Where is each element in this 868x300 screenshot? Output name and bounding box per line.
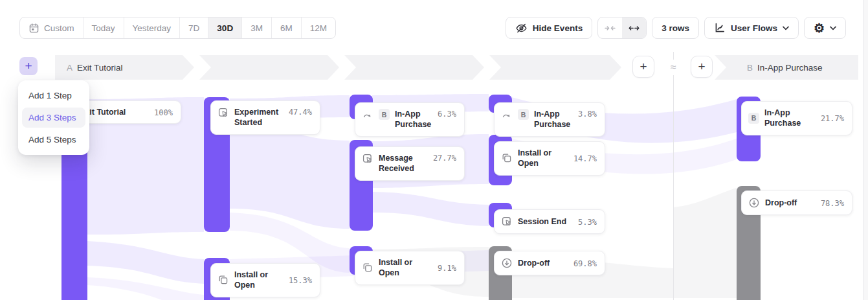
flow-node-message-received[interactable]: Message Received 27.7% <box>355 146 465 181</box>
node-percent: 15.3% <box>289 275 312 285</box>
flow-node-session-end[interactable]: Session End 5.3% <box>494 209 605 234</box>
node-percent: 9.1% <box>438 263 456 273</box>
node-percent: 69.8% <box>573 259 597 268</box>
menu-item-add-1-step[interactable]: Add 1 Step <box>18 85 89 106</box>
right-gutter <box>863 0 868 300</box>
flow-node-install-or-open-15[interactable]: Install or Open 15.3% <box>210 263 320 297</box>
flow-node-dropoff-69[interactable]: Drop-off 69.8% <box>494 251 605 275</box>
flow-canvas: A Exit Tutorial B In-App Purchase + + + … <box>0 0 868 300</box>
user-flows-app: A Exit Tutorial B In-App Purchase + + + … <box>0 0 868 300</box>
node-percent: 100% <box>154 108 173 117</box>
flow-node-in-app-purchase-6[interactable]: B In-App Purchase 6.3% <box>355 102 465 137</box>
toolbar: Custom Today Yesterday 7D 30D 3M 6M 12M … <box>19 17 846 39</box>
calendar-icon <box>28 23 39 34</box>
eye-off-icon <box>515 22 528 34</box>
arrows-outward-icon <box>629 25 640 32</box>
flow-node-dropoff-78[interactable]: Drop-off 78.3% <box>741 190 852 215</box>
step-header-segment <box>489 55 621 80</box>
click-icon <box>217 107 229 119</box>
approx-separator: ≈ <box>664 60 683 75</box>
flow-node-in-app-purchase-21[interactable]: B In-App Purchase 21.7% <box>741 101 852 135</box>
jump-arrow-icon <box>501 109 513 121</box>
gear-icon: ⚙ <box>814 22 825 34</box>
date-range-custom[interactable]: Custom <box>20 17 83 38</box>
app-window-icon <box>362 262 373 273</box>
step-a-title: Exit Tutorial <box>77 63 123 73</box>
node-label: In-App Purchase <box>764 108 816 129</box>
step-header-label-b: B In-App Purchase <box>747 55 823 80</box>
date-range-7d[interactable]: 7D <box>179 17 208 38</box>
rows-button[interactable]: 3 rows <box>652 17 699 39</box>
jump-arrow-icon <box>362 109 373 121</box>
date-range-3m[interactable]: 3M <box>241 17 271 38</box>
node-label: Install or Open <box>518 148 568 169</box>
dropoff-icon <box>748 197 760 209</box>
add-step-button-left[interactable]: + <box>19 57 38 75</box>
step-header-label-a: A Exit Tutorial <box>67 55 123 80</box>
section-divider <box>673 52 674 300</box>
flow-node-install-or-open-9[interactable]: Install or Open 9.1% <box>355 251 465 285</box>
collapse-columns-button[interactable] <box>598 17 622 38</box>
step-a-prefix: A <box>67 63 72 73</box>
add-step-button-start-b[interactable]: + <box>691 56 713 78</box>
node-percent: 14.7% <box>573 154 597 163</box>
date-range-selector: Custom Today Yesterday 7D 30D 3M 6M 12M <box>19 17 336 39</box>
flow-node-install-or-open-14[interactable]: Install or Open 14.7% <box>494 141 605 176</box>
step-header-segment <box>344 55 484 80</box>
node-label: In-App Purchase <box>534 109 573 130</box>
node-label: Install or Open <box>379 257 432 279</box>
chevron-down-icon <box>830 26 836 30</box>
node-label: Session End <box>518 216 573 227</box>
node-label: Drop-off <box>518 258 568 268</box>
node-label: Experiment Started <box>234 107 284 128</box>
menu-item-add-3-steps[interactable]: Add 3 Steps <box>22 108 85 128</box>
chevron-down-icon <box>783 26 789 30</box>
node-percent: 5.3% <box>578 217 597 227</box>
dropoff-icon <box>501 257 513 269</box>
node-percent: 6.3% <box>438 109 456 119</box>
flow-node-in-app-purchase-3[interactable]: B In-App Purchase 3.8% <box>494 102 605 137</box>
click-icon <box>362 153 373 165</box>
step-header-segment <box>199 55 339 80</box>
flow-chart-icon <box>714 22 726 34</box>
view-selector-button[interactable]: User Flows <box>704 17 799 39</box>
step-b-badge: B <box>379 109 390 120</box>
node-label: Message Received <box>379 153 428 174</box>
node-label: Exit Tutorial <box>80 107 149 117</box>
add-steps-menu: Add 1 Step Add 3 Steps Add 5 Steps <box>18 80 89 155</box>
collapse-expand-toggle <box>597 17 647 39</box>
date-range-today[interactable]: Today <box>83 17 124 38</box>
node-label: Install or Open <box>234 270 284 291</box>
step-b-badge: B <box>748 113 759 124</box>
node-percent: 27.7% <box>433 153 456 163</box>
step-b-title: In-App Purchase <box>757 63 823 73</box>
date-range-6m[interactable]: 6M <box>271 17 301 38</box>
step-b-prefix: B <box>747 63 753 73</box>
node-percent: 47.4% <box>289 107 312 117</box>
add-step-button-end-a[interactable]: + <box>632 56 654 78</box>
date-range-12m[interactable]: 12M <box>301 17 335 38</box>
toolbar-right: Hide Events 3 rows U <box>506 17 846 39</box>
expand-columns-button[interactable] <box>622 17 646 38</box>
node-percent: 3.8% <box>578 109 597 119</box>
date-range-30d[interactable]: 30D <box>208 17 241 38</box>
settings-button[interactable]: ⚙ <box>804 17 846 39</box>
click-icon <box>501 216 513 227</box>
node-percent: 21.7% <box>821 113 844 123</box>
node-percent: 78.3% <box>821 198 844 208</box>
app-window-icon <box>501 152 513 164</box>
arrows-inward-icon <box>605 25 616 32</box>
step-b-badge: B <box>518 109 529 120</box>
menu-item-add-5-steps[interactable]: Add 5 Steps <box>18 129 89 150</box>
hide-events-button[interactable]: Hide Events <box>506 17 592 39</box>
node-label: Drop-off <box>765 198 816 208</box>
date-range-yesterday[interactable]: Yesterday <box>124 17 180 38</box>
flow-node-experiment-started[interactable]: Experiment Started 47.4% <box>210 100 320 135</box>
app-window-icon <box>217 274 229 286</box>
node-label: In-App Purchase <box>395 109 432 130</box>
